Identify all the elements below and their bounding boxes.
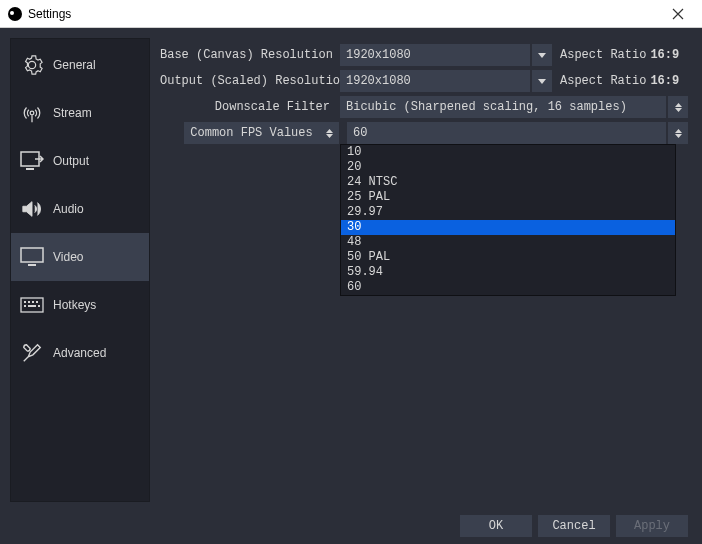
fps-option[interactable]: 20 <box>341 160 675 175</box>
svg-rect-1 <box>26 168 34 170</box>
base-aspect-value: 16:9 <box>650 48 679 62</box>
window-title: Settings <box>28 7 662 21</box>
output-resolution-dropdown-arrow[interactable] <box>532 70 552 92</box>
sidebar-item-label: General <box>53 58 96 72</box>
downscale-filter-value: Bicubic (Sharpened scaling, 16 samples) <box>346 100 627 114</box>
fps-option[interactable]: 10 <box>341 145 675 160</box>
chevron-up-icon <box>326 129 333 133</box>
sidebar-item-advanced[interactable]: Advanced <box>11 329 149 377</box>
downscale-filter-label: Downscale Filter <box>160 100 340 114</box>
sidebar-item-label: Advanced <box>53 346 106 360</box>
apply-button[interactable]: Apply <box>616 515 688 537</box>
ok-button-label: OK <box>489 519 503 533</box>
fps-value: 60 <box>353 126 367 140</box>
svg-rect-11 <box>38 305 40 307</box>
fps-type-combo[interactable]: Common FPS Values <box>184 122 319 144</box>
app-icon <box>8 7 22 21</box>
cancel-button-label: Cancel <box>552 519 595 533</box>
base-resolution-combo[interactable]: 1920x1080 <box>340 44 530 66</box>
sidebar-item-stream[interactable]: Stream <box>11 89 149 137</box>
sidebar-item-general[interactable]: General <box>11 41 149 89</box>
speaker-icon <box>19 198 45 220</box>
sidebar-item-hotkeys[interactable]: Hotkeys <box>11 281 149 329</box>
chevron-down-icon <box>326 134 333 138</box>
fps-option[interactable]: 48 <box>341 235 675 250</box>
settings-body: General Stream Output Audio Video <box>0 28 702 508</box>
chevron-down-icon <box>538 53 546 58</box>
fps-option[interactable]: 25 PAL <box>341 190 675 205</box>
fps-option[interactable]: 59.94 <box>341 265 675 280</box>
fps-option[interactable]: 30 <box>341 220 675 235</box>
sidebar-item-audio[interactable]: Audio <box>11 185 149 233</box>
chevron-down-icon <box>538 79 546 84</box>
downscale-filter-row: Downscale Filter Bicubic (Sharpened scal… <box>160 94 688 120</box>
base-resolution-value: 1920x1080 <box>346 48 411 62</box>
fps-type-spin[interactable] <box>319 122 339 144</box>
base-resolution-label: Base (Canvas) Resolution <box>160 48 340 62</box>
sidebar-item-label: Stream <box>53 106 92 120</box>
svg-rect-2 <box>21 248 43 262</box>
ok-button[interactable]: OK <box>460 515 532 537</box>
monitor-icon <box>19 246 45 268</box>
svg-rect-9 <box>24 305 26 307</box>
cancel-button[interactable]: Cancel <box>538 515 610 537</box>
output-resolution-combo[interactable]: 1920x1080 <box>340 70 530 92</box>
antenna-icon <box>19 102 45 124</box>
base-resolution-row: Base (Canvas) Resolution 1920x1080 Aspec… <box>160 42 688 68</box>
svg-rect-10 <box>28 305 36 307</box>
downscale-filter-spin[interactable] <box>668 96 688 118</box>
sidebar-item-label: Video <box>53 250 83 264</box>
chevron-down-icon <box>675 108 682 112</box>
fps-row: Common FPS Values 60 <box>160 120 688 146</box>
fps-value-combo[interactable]: 60 <box>347 122 666 144</box>
gear-icon <box>19 54 45 76</box>
keyboard-icon <box>19 294 45 316</box>
fps-option[interactable]: 24 NTSC <box>341 175 675 190</box>
downscale-filter-combo[interactable]: Bicubic (Sharpened scaling, 16 samples) <box>340 96 666 118</box>
close-icon <box>672 8 684 20</box>
sidebar-item-output[interactable]: Output <box>11 137 149 185</box>
svg-rect-8 <box>36 301 38 303</box>
settings-sidebar: General Stream Output Audio Video <box>10 38 150 502</box>
chevron-down-icon <box>675 134 682 138</box>
svg-rect-7 <box>32 301 34 303</box>
sidebar-item-label: Hotkeys <box>53 298 96 312</box>
chevron-up-icon <box>675 129 682 133</box>
fps-option[interactable]: 50 PAL <box>341 250 675 265</box>
fps-value-spin[interactable] <box>668 122 688 144</box>
base-aspect-label: Aspect Ratio <box>560 48 646 62</box>
svg-rect-5 <box>24 301 26 303</box>
svg-rect-6 <box>28 301 30 303</box>
video-settings-panel: Base (Canvas) Resolution 1920x1080 Aspec… <box>150 38 692 502</box>
dialog-footer: OK Cancel Apply <box>0 508 702 544</box>
base-resolution-dropdown-arrow[interactable] <box>532 44 552 66</box>
output-resolution-row: Output (Scaled) Resolution 1920x1080 Asp… <box>160 68 688 94</box>
output-resolution-value: 1920x1080 <box>346 74 411 88</box>
output-aspect-label: Aspect Ratio <box>560 74 646 88</box>
fps-option[interactable]: 29.97 <box>341 205 675 220</box>
svg-rect-3 <box>28 264 36 266</box>
window-titlebar: Settings <box>0 0 702 28</box>
sidebar-item-label: Output <box>53 154 89 168</box>
fps-type-value: Common FPS Values <box>190 126 312 140</box>
sidebar-item-label: Audio <box>53 202 84 216</box>
fps-dropdown-list[interactable]: 102024 NTSC25 PAL29.97304850 PAL59.9460 <box>340 144 676 296</box>
chevron-up-icon <box>675 103 682 107</box>
fps-option[interactable]: 60 <box>341 280 675 295</box>
window-close-button[interactable] <box>662 0 694 28</box>
output-icon <box>19 150 45 172</box>
tools-icon <box>19 342 45 364</box>
output-resolution-label: Output (Scaled) Resolution <box>160 74 340 88</box>
output-aspect-value: 16:9 <box>650 74 679 88</box>
sidebar-item-video[interactable]: Video <box>11 233 149 281</box>
apply-button-label: Apply <box>634 519 670 533</box>
